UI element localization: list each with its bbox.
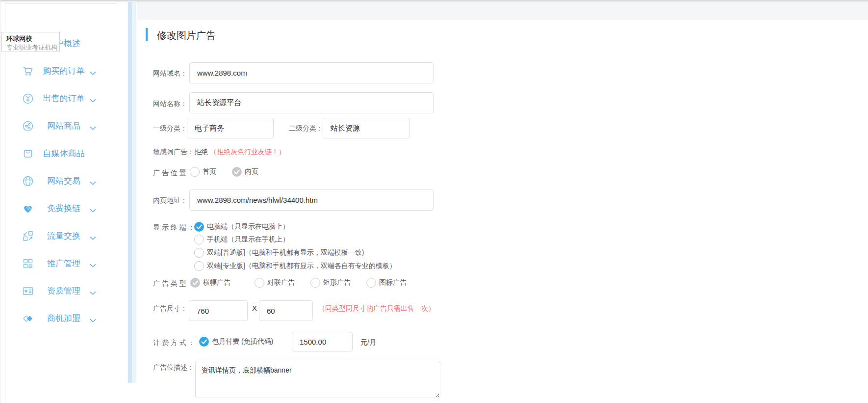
radio-label[interactable]: 对联广告 — [267, 278, 295, 287]
price-input[interactable] — [292, 332, 353, 351]
ad-type-option-couplet[interactable]: 对联广告 — [255, 278, 295, 288]
radio-label[interactable]: 首页 — [203, 167, 216, 176]
sidebar-item-label: 网站商品 — [34, 121, 93, 132]
radio-checked-blue-icon[interactable] — [194, 222, 204, 232]
site-name-input[interactable] — [189, 92, 434, 113]
billing-option-monthly[interactable]: 包月付费 (免插代码) — [199, 337, 273, 347]
sidebar-item-promotion-management[interactable]: 推广管理 — [0, 250, 117, 277]
radio-label[interactable]: 内页 — [245, 167, 258, 176]
radio-checked-blue-icon[interactable] — [199, 337, 209, 347]
radio-checked-gray-icon[interactable] — [232, 167, 242, 177]
ad-width-input[interactable] — [189, 300, 248, 321]
sidebar-item-label: 免费换链 — [34, 203, 93, 214]
radio-label[interactable]: 图标广告 — [379, 278, 407, 287]
sidebar-item-label: 网站交易 — [34, 176, 93, 187]
site-name-label: 网站名称： — [153, 100, 187, 108]
terminal-label: 显 示 终 端 ： — [153, 223, 195, 232]
radio-label[interactable]: 包月付费 (免插代码) — [212, 337, 273, 346]
ad-position-label: 广 告 位 置 ： — [153, 169, 195, 178]
ad-size-label: 广告尺寸： — [153, 304, 187, 313]
chevron-down-icon — [90, 124, 96, 128]
terminal-option-dual-pro[interactable]: 双端[专业版]（电脑和手机都有显示，双端各自有专业的模板） — [194, 261, 396, 271]
terminal-option-mobile[interactable]: 手机端（只显示在手机上） — [194, 235, 289, 244]
traffic-exchange-icon — [22, 230, 34, 242]
radio-label[interactable]: 双端[普通版]（电脑和手机都有显示，双端模板一致) — [207, 248, 364, 257]
radio-unchecked-icon[interactable] — [310, 278, 320, 288]
tooltip-title: 环球网校 — [6, 34, 59, 43]
sidebar-item-traffic-exchange[interactable]: 流量交换 — [0, 222, 117, 250]
sidebar-item-website-trade[interactable]: 网站交易 — [0, 167, 117, 195]
radio-unchecked-icon[interactable] — [366, 278, 376, 288]
radio-unchecked-icon[interactable] — [255, 278, 264, 288]
terminal-option-dual-normal[interactable]: 双端[普通版]（电脑和手机都有显示，双端模板一致) — [194, 248, 364, 258]
description-textarea[interactable]: 资讯详情页，底部横幅banner — [195, 361, 440, 398]
billing-label: 计 费 方 式 ： — [153, 339, 195, 348]
sidebar-item-label: 出售的订单 — [34, 93, 93, 104]
inner-url-label: 内页地址： — [153, 196, 187, 205]
site-tooltip: 环球网校 专业职业考证机构 — [1, 32, 60, 52]
ad-type-option-icon[interactable]: 图标广告 — [366, 278, 407, 288]
sensitive-value: 拒绝 — [194, 148, 208, 156]
radio-label[interactable]: 矩形广告 — [323, 278, 351, 287]
category2-input[interactable] — [323, 118, 410, 138]
ad-height-input[interactable] — [259, 300, 313, 321]
price-unit: 元/月 — [360, 338, 376, 347]
globe-icon — [22, 175, 34, 187]
cert-badge-icon — [22, 285, 34, 297]
chevron-down-icon — [90, 179, 96, 183]
yen-circle-icon — [22, 93, 34, 105]
category1-label: 一级分类： — [153, 124, 187, 133]
promo-grid-icon — [22, 258, 34, 269]
radio-unchecked-icon[interactable] — [194, 248, 204, 258]
inner-url-input[interactable] — [189, 189, 434, 211]
sidebar-scrollbar-thumb[interactable] — [128, 2, 132, 383]
radio-label[interactable]: 电脑端（只显示在电脑上） — [207, 222, 289, 231]
sidebar-item-media-goods[interactable]: 自媒体商品 — [0, 140, 117, 167]
radio-unchecked-icon[interactable] — [194, 235, 204, 244]
sidebar-item-label: 流量交换 — [34, 231, 93, 242]
chevron-down-icon — [90, 206, 96, 211]
ad-position-option-home[interactable]: 首页 — [190, 167, 216, 177]
sidebar-item-business-join[interactable]: 商机加盟 — [0, 305, 117, 332]
ad-size-note: （同类型同尺寸的广告只需出售一次） — [318, 304, 435, 313]
chevron-down-icon — [90, 289, 96, 293]
chevron-down-icon — [90, 234, 96, 238]
page-title: 修改图片广告 — [157, 29, 216, 42]
chevron-down-icon — [90, 69, 96, 73]
ad-position-option-inner[interactable]: 内页 — [232, 167, 258, 177]
radio-label[interactable]: 横幅广告 — [203, 278, 230, 287]
sidebar-scrollbar-track[interactable] — [128, 2, 136, 383]
sidebar-item-label: 资质管理 — [34, 286, 93, 296]
sensitive-label: 敏感词广告： — [153, 148, 194, 156]
sidebar-item-sell-orders[interactable]: 出售的订单 — [0, 85, 117, 112]
sidebar-item-purchase-orders[interactable]: 购买的订单 — [0, 57, 117, 85]
sidebar-item-website-goods[interactable]: 网站商品 — [0, 112, 117, 140]
domain-input[interactable] — [189, 62, 434, 83]
domain-label: 网站域名： — [153, 69, 187, 78]
sidebar-item-label: 自媒体商品 — [34, 148, 93, 159]
tags-icon — [22, 313, 34, 324]
sidebar-item-label: 推广管理 — [34, 258, 93, 269]
radio-label[interactable]: 手机端（只显示在手机上） — [207, 235, 289, 244]
radio-unchecked-icon[interactable] — [194, 261, 204, 271]
cart-icon — [22, 65, 34, 77]
tooltip-subtitle: 专业职业考证机构 — [6, 43, 59, 52]
ad-type-label: 广 告 类 型 ： — [153, 279, 195, 288]
sidebar-menu: 账户概述 购买的订单 出售的订单 网站商品 自媒体商品 — [0, 30, 117, 332]
category2-label: 二级分类： — [289, 124, 323, 133]
link-heart-icon — [22, 203, 34, 215]
sidebar-item-qualification-management[interactable]: 资质管理 — [0, 277, 117, 305]
sidebar-item-free-link-exchange[interactable]: 免费换链 — [0, 195, 117, 222]
size-separator: X — [252, 304, 257, 312]
bag-icon — [22, 148, 34, 160]
ad-type-option-banner[interactable]: 横幅广告 — [190, 278, 230, 288]
radio-unchecked-icon[interactable] — [190, 167, 200, 177]
ad-type-option-rectangle[interactable]: 矩形广告 — [310, 278, 351, 288]
terminal-option-pc[interactable]: 电脑端（只显示在电脑上） — [194, 222, 289, 232]
page: { "tooltip": { "title": "环球网校", "subtitl… — [0, 0, 868, 403]
category1-input[interactable] — [187, 118, 274, 138]
radio-label[interactable]: 双端[专业版]（电脑和手机都有显示，双端各自有专业的模板） — [207, 262, 396, 270]
radio-checked-gray-icon[interactable] — [190, 278, 200, 288]
sidebar-item-label: 购买的订单 — [34, 66, 93, 77]
content-background — [137, 1, 868, 20]
